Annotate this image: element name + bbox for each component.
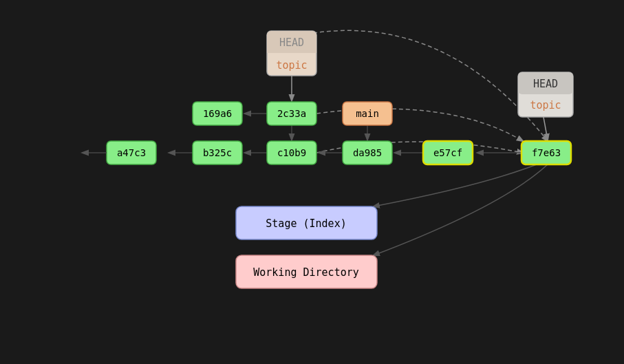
topic-label-left: topic bbox=[276, 59, 307, 72]
commit-main: main bbox=[343, 102, 392, 125]
head-topic-right: HEAD topic bbox=[518, 72, 573, 117]
stage-label: Stage (Index) bbox=[266, 217, 346, 230]
svg-text:e57cf: e57cf bbox=[433, 147, 462, 158]
svg-text:169a6: 169a6 bbox=[203, 108, 232, 119]
svg-text:f7e63: f7e63 bbox=[532, 147, 561, 158]
head-label-right: HEAD bbox=[533, 78, 558, 90]
svg-text:da985: da985 bbox=[353, 147, 382, 158]
commit-169a6: 169a6 bbox=[193, 102, 242, 125]
svg-text:c10b9: c10b9 bbox=[277, 147, 306, 158]
commit-a47c3: a47c3 bbox=[107, 141, 156, 164]
commit-da985: da985 bbox=[343, 141, 392, 164]
commit-c10b9: c10b9 bbox=[267, 141, 316, 164]
working-directory: Working Directory bbox=[236, 255, 377, 288]
commit-b325c: b325c bbox=[193, 141, 242, 164]
head-topic-left: HEAD topic bbox=[267, 31, 316, 76]
svg-text:2c33a: 2c33a bbox=[277, 108, 306, 119]
svg-text:b325c: b325c bbox=[203, 147, 232, 158]
commit-2c33a: 2c33a bbox=[267, 102, 316, 125]
svg-text:a47c3: a47c3 bbox=[117, 147, 146, 158]
commit-e57cf: e57cf bbox=[423, 141, 473, 164]
topic-label-right: topic bbox=[530, 99, 561, 111]
svg-rect-13 bbox=[267, 50, 316, 53]
working-dir-label: Working Directory bbox=[253, 266, 359, 279]
stage-index: Stage (Index) bbox=[236, 206, 377, 239]
main-label: main bbox=[356, 108, 379, 119]
commit-f7e63: f7e63 bbox=[521, 141, 571, 164]
head-label-left: HEAD bbox=[279, 36, 304, 49]
